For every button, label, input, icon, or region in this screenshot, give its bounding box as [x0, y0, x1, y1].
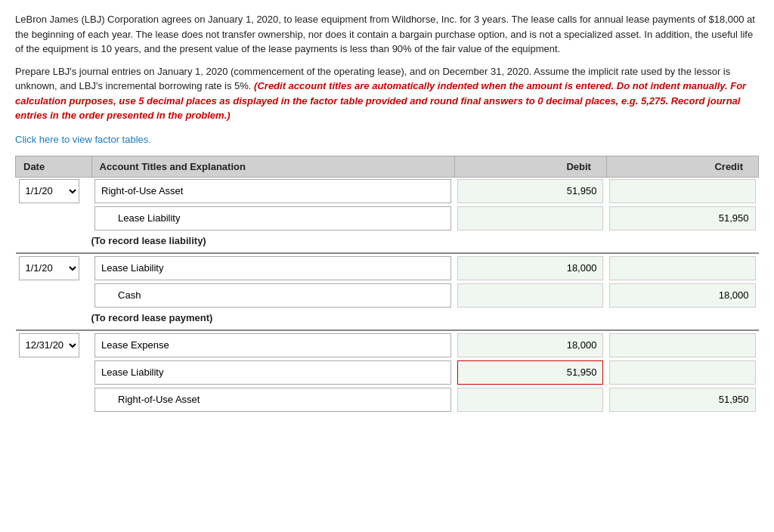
table-row: 1/1/2012/31/201/1/2112/31/21 [16, 177, 759, 205]
date-select-0[interactable]: 1/1/2012/31/201/1/2112/31/21 [19, 179, 79, 203]
date-cell-1-1 [16, 282, 92, 309]
account-input-2-2[interactable] [94, 388, 451, 412]
account-cell-2-2[interactable] [91, 386, 454, 413]
debit-cell-1-1[interactable] [454, 282, 606, 309]
debit-cell-0-0[interactable] [454, 177, 606, 205]
debit-cell-0-1[interactable] [454, 205, 606, 232]
factor-tables-link[interactable]: Click here to view factor tables. [15, 134, 151, 145]
note-row-0: (To record lease liability) [16, 232, 759, 253]
account-cell-0-0[interactable] [91, 177, 454, 205]
account-input-1-1[interactable] [94, 283, 451, 308]
table-row: 1/1/2012/31/201/1/2112/31/21 [16, 332, 759, 359]
debit-input-2-2[interactable] [457, 388, 603, 412]
date-select-1[interactable]: 1/1/2012/31/201/1/2112/31/21 [19, 256, 79, 280]
credit-input-1-0[interactable] [609, 256, 755, 280]
credit-cell-1-0[interactable] [606, 255, 758, 282]
credit-input-1-1[interactable] [609, 283, 755, 308]
table-row [16, 359, 759, 386]
header-account: Account Titles and Explanation [91, 156, 454, 177]
header-debit: Debit [454, 156, 606, 177]
account-cell-1-1[interactable] [91, 282, 454, 309]
credit-cell-1-1[interactable] [606, 282, 758, 309]
date-cell-0-1 [16, 205, 92, 232]
account-input-2-1[interactable] [94, 360, 451, 385]
account-cell-1-0[interactable] [91, 255, 454, 282]
header-credit: Credit [606, 156, 758, 177]
table-row [16, 205, 759, 232]
table-row [16, 386, 759, 413]
debit-cell-2-0[interactable] [454, 332, 606, 359]
credit-input-2-0[interactable] [609, 333, 755, 357]
credit-input-2-1[interactable] [609, 360, 755, 385]
debit-cell-2-2[interactable] [454, 386, 606, 413]
account-cell-2-1[interactable] [91, 359, 454, 386]
date-cell-0-0[interactable]: 1/1/2012/31/201/1/2112/31/21 [16, 177, 92, 205]
account-input-1-0[interactable] [94, 256, 451, 280]
debit-input-2-0[interactable] [457, 333, 603, 357]
debit-input-0-1[interactable] [457, 206, 603, 230]
credit-input-0-1[interactable] [609, 206, 755, 230]
credit-cell-2-1[interactable] [606, 359, 758, 386]
date-cell-2-2 [16, 386, 92, 413]
date-cell-1-0[interactable]: 1/1/2012/31/201/1/2112/31/21 [16, 255, 92, 282]
table-row [16, 282, 759, 309]
account-input-0-1[interactable] [94, 206, 451, 230]
debit-input-0-0[interactable] [457, 179, 603, 203]
account-cell-2-0[interactable] [91, 332, 454, 359]
credit-cell-0-0[interactable] [606, 177, 758, 205]
credit-cell-0-1[interactable] [606, 205, 758, 232]
debit-input-1-0[interactable] [457, 256, 603, 280]
debit-cell-2-1[interactable] [454, 359, 606, 386]
account-cell-0-1[interactable] [91, 205, 454, 232]
header-date: Date [16, 156, 92, 177]
credit-cell-2-2[interactable] [606, 386, 758, 413]
credit-cell-2-0[interactable] [606, 332, 758, 359]
paragraph-2: Prepare LBJ's journal entries on January… [15, 64, 759, 123]
problem-text: LeBron James (LBJ) Corporation agrees on… [15, 12, 759, 123]
credit-input-0-0[interactable] [609, 179, 755, 203]
debit-input-2-1[interactable] [457, 360, 603, 385]
table-row: 1/1/2012/31/201/1/2112/31/21 [16, 255, 759, 282]
note-row-1: (To record lease payment) [16, 309, 759, 330]
paragraph-1: LeBron James (LBJ) Corporation agrees on… [15, 12, 759, 57]
journal-table: Date Account Titles and Explanation Debi… [15, 156, 759, 413]
date-select-2[interactable]: 1/1/2012/31/201/1/2112/31/21 [19, 333, 79, 357]
credit-input-2-2[interactable] [609, 388, 755, 412]
debit-input-1-1[interactable] [457, 283, 603, 308]
account-input-2-0[interactable] [94, 333, 451, 357]
account-input-0-0[interactable] [94, 179, 451, 203]
date-cell-2-1 [16, 359, 92, 386]
date-cell-2-0[interactable]: 1/1/2012/31/201/1/2112/31/21 [16, 332, 92, 359]
debit-cell-1-0[interactable] [454, 255, 606, 282]
